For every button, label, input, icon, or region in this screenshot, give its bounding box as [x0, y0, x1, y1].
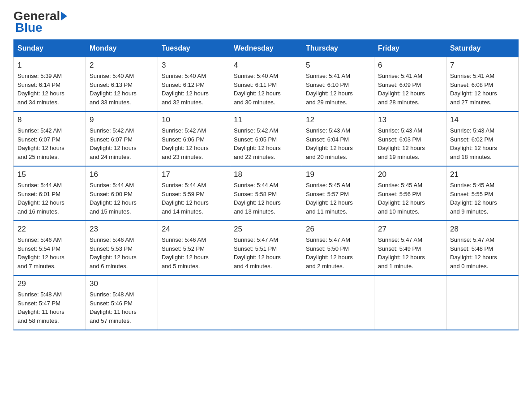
calendar-cell: 7Sunrise: 5:41 AMSunset: 6:08 PMDaylight… [446, 57, 519, 112]
day-number: 14 [450, 116, 515, 124]
day-info: Sunrise: 5:41 AMSunset: 6:08 PMDaylight:… [450, 72, 515, 107]
day-info: Sunrise: 5:46 AMSunset: 5:52 PMDaylight:… [162, 235, 226, 270]
day-number: 29 [17, 279, 82, 288]
calendar-cell: 13Sunrise: 5:43 AMSunset: 6:03 PMDayligh… [374, 111, 446, 166]
calendar-cell: 21Sunrise: 5:45 AMSunset: 5:55 PMDayligh… [446, 166, 519, 221]
calendar-cell: 26Sunrise: 5:47 AMSunset: 5:50 PMDayligh… [302, 221, 374, 275]
day-number: 15 [17, 170, 82, 179]
day-info: Sunrise: 5:45 AMSunset: 5:56 PMDaylight:… [378, 181, 442, 216]
calendar-cell: 8Sunrise: 5:42 AMSunset: 6:07 PMDaylight… [14, 111, 86, 166]
day-number: 8 [17, 116, 82, 124]
day-number: 10 [162, 116, 226, 124]
day-number: 12 [306, 116, 370, 124]
day-number: 3 [162, 61, 226, 70]
calendar-cell: 19Sunrise: 5:45 AMSunset: 5:57 PMDayligh… [302, 166, 374, 221]
day-number: 7 [450, 61, 515, 70]
calendar-cell: 12Sunrise: 5:43 AMSunset: 6:04 PMDayligh… [302, 111, 374, 166]
calendar-cell: 6Sunrise: 5:41 AMSunset: 6:09 PMDaylight… [374, 57, 446, 112]
day-number: 30 [90, 279, 154, 288]
day-info: Sunrise: 5:40 AMSunset: 6:12 PMDaylight:… [162, 72, 226, 107]
logo-arrow-icon [61, 12, 67, 21]
calendar-cell: 28Sunrise: 5:47 AMSunset: 5:48 PMDayligh… [446, 221, 519, 275]
header-cell-monday: Monday [86, 40, 158, 57]
header-cell-wednesday: Wednesday [230, 40, 302, 57]
calendar-cell: 25Sunrise: 5:47 AMSunset: 5:51 PMDayligh… [230, 221, 302, 275]
calendar-cell: 27Sunrise: 5:47 AMSunset: 5:49 PMDayligh… [374, 221, 446, 275]
day-info: Sunrise: 5:46 AMSunset: 5:53 PMDaylight:… [90, 235, 154, 270]
calendar-cell: 23Sunrise: 5:46 AMSunset: 5:53 PMDayligh… [86, 221, 158, 275]
day-number: 20 [378, 170, 442, 179]
calendar-week-row: 29Sunrise: 5:48 AMSunset: 5:47 PMDayligh… [14, 275, 519, 330]
calendar-week-row: 22Sunrise: 5:46 AMSunset: 5:54 PMDayligh… [14, 221, 519, 275]
day-number: 26 [306, 225, 370, 234]
day-number: 17 [162, 170, 226, 179]
day-info: Sunrise: 5:45 AMSunset: 5:57 PMDaylight:… [306, 181, 370, 216]
day-info: Sunrise: 5:44 AMSunset: 5:59 PMDaylight:… [162, 181, 226, 216]
day-info: Sunrise: 5:42 AMSunset: 6:07 PMDaylight:… [17, 126, 82, 161]
calendar-cell: 17Sunrise: 5:44 AMSunset: 5:59 PMDayligh… [158, 166, 230, 221]
day-number: 9 [90, 116, 154, 124]
day-info: Sunrise: 5:42 AMSunset: 6:07 PMDaylight:… [90, 126, 154, 161]
day-info: Sunrise: 5:39 AMSunset: 6:14 PMDaylight:… [17, 72, 82, 107]
day-number: 24 [162, 225, 226, 234]
day-info: Sunrise: 5:46 AMSunset: 5:54 PMDaylight:… [17, 235, 82, 270]
day-info: Sunrise: 5:48 AMSunset: 5:46 PMDaylight:… [90, 290, 154, 325]
header-cell-sunday: Sunday [14, 40, 86, 57]
calendar-week-row: 15Sunrise: 5:44 AMSunset: 6:01 PMDayligh… [14, 166, 519, 221]
calendar-cell: 29Sunrise: 5:48 AMSunset: 5:47 PMDayligh… [14, 275, 86, 330]
day-info: Sunrise: 5:48 AMSunset: 5:47 PMDaylight:… [17, 290, 82, 325]
day-info: Sunrise: 5:42 AMSunset: 6:06 PMDaylight:… [162, 126, 226, 161]
calendar-cell: 9Sunrise: 5:42 AMSunset: 6:07 PMDaylight… [86, 111, 158, 166]
calendar-week-row: 1Sunrise: 5:39 AMSunset: 6:14 PMDaylight… [14, 57, 519, 112]
calendar-cell [302, 275, 374, 330]
day-number: 23 [90, 225, 154, 234]
calendar-cell [374, 275, 446, 330]
calendar-cell: 14Sunrise: 5:43 AMSunset: 6:02 PMDayligh… [446, 111, 519, 166]
calendar-cell: 11Sunrise: 5:42 AMSunset: 6:05 PMDayligh… [230, 111, 302, 166]
day-info: Sunrise: 5:47 AMSunset: 5:49 PMDaylight:… [378, 235, 442, 270]
day-info: Sunrise: 5:44 AMSunset: 6:00 PMDaylight:… [90, 181, 154, 216]
day-info: Sunrise: 5:42 AMSunset: 6:05 PMDaylight:… [234, 126, 298, 161]
calendar-cell: 4Sunrise: 5:40 AMSunset: 6:11 PMDaylight… [230, 57, 302, 112]
calendar-cell: 30Sunrise: 5:48 AMSunset: 5:46 PMDayligh… [86, 275, 158, 330]
day-info: Sunrise: 5:44 AMSunset: 5:58 PMDaylight:… [234, 181, 298, 216]
header-cell-friday: Friday [374, 40, 446, 57]
header-cell-saturday: Saturday [446, 40, 519, 57]
calendar-cell: 5Sunrise: 5:41 AMSunset: 6:10 PMDaylight… [302, 57, 374, 112]
day-number: 25 [234, 225, 298, 234]
calendar-cell [230, 275, 302, 330]
day-number: 11 [234, 116, 298, 124]
day-info: Sunrise: 5:40 AMSunset: 6:13 PMDaylight:… [90, 72, 154, 107]
day-info: Sunrise: 5:43 AMSunset: 6:03 PMDaylight:… [378, 126, 442, 161]
day-info: Sunrise: 5:43 AMSunset: 6:04 PMDaylight:… [306, 126, 370, 161]
day-info: Sunrise: 5:41 AMSunset: 6:09 PMDaylight:… [378, 72, 442, 107]
day-info: Sunrise: 5:47 AMSunset: 5:48 PMDaylight:… [450, 235, 515, 270]
logo-blue-part: Blue [13, 21, 43, 35]
day-number: 21 [450, 170, 515, 179]
day-info: Sunrise: 5:43 AMSunset: 6:02 PMDaylight:… [450, 126, 515, 161]
day-number: 2 [90, 61, 154, 70]
day-number: 1 [17, 61, 82, 70]
calendar-header-row: SundayMondayTuesdayWednesdayThursdayFrid… [14, 40, 519, 57]
header-cell-tuesday: Tuesday [158, 40, 230, 57]
day-number: 16 [90, 170, 154, 179]
calendar-cell: 16Sunrise: 5:44 AMSunset: 6:00 PMDayligh… [86, 166, 158, 221]
day-info: Sunrise: 5:47 AMSunset: 5:51 PMDaylight:… [234, 235, 298, 270]
day-info: Sunrise: 5:47 AMSunset: 5:50 PMDaylight:… [306, 235, 370, 270]
calendar-cell: 1Sunrise: 5:39 AMSunset: 6:14 PMDaylight… [14, 57, 86, 112]
day-info: Sunrise: 5:40 AMSunset: 6:11 PMDaylight:… [234, 72, 298, 107]
day-number: 18 [234, 170, 298, 179]
calendar-cell: 18Sunrise: 5:44 AMSunset: 5:58 PMDayligh… [230, 166, 302, 221]
calendar-cell: 24Sunrise: 5:46 AMSunset: 5:52 PMDayligh… [158, 221, 230, 275]
day-number: 13 [378, 116, 442, 124]
day-number: 6 [378, 61, 442, 70]
calendar-cell: 22Sunrise: 5:46 AMSunset: 5:54 PMDayligh… [14, 221, 86, 275]
calendar-cell [158, 275, 230, 330]
page-header: General Blue [13, 9, 519, 35]
calendar-cell: 15Sunrise: 5:44 AMSunset: 6:01 PMDayligh… [14, 166, 86, 221]
day-number: 19 [306, 170, 370, 179]
calendar-week-row: 8Sunrise: 5:42 AMSunset: 6:07 PMDaylight… [14, 111, 519, 166]
header-cell-thursday: Thursday [302, 40, 374, 57]
calendar-cell: 3Sunrise: 5:40 AMSunset: 6:12 PMDaylight… [158, 57, 230, 112]
calendar-cell [446, 275, 519, 330]
